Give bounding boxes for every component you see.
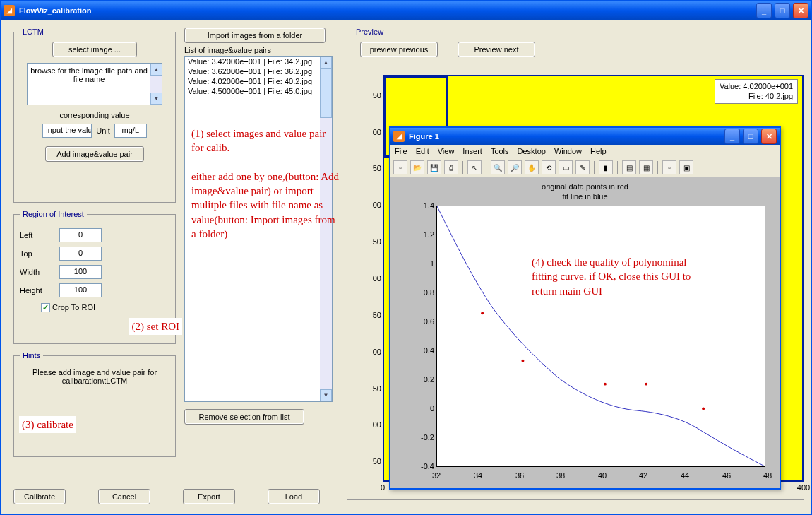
figure-minimize-button[interactable]: _ bbox=[724, 129, 740, 144]
list-item[interactable]: Value: 3.62000e+001 | File: 36.2.jpg bbox=[185, 66, 332, 76]
roi-width-input[interactable]: 100 bbox=[59, 265, 102, 279]
export-button[interactable]: Export bbox=[183, 489, 235, 504]
minimize-button[interactable]: _ bbox=[756, 3, 772, 18]
list-item[interactable]: Value: 4.02000e+001 | File: 40.2.jpg bbox=[185, 76, 332, 86]
main-titlebar[interactable]: FlowViz_calibration _ □ ✕ bbox=[1, 1, 811, 20]
add-pair-button[interactable]: Add image&value pair bbox=[45, 146, 144, 162]
remove-selection-button[interactable]: Remove selection from list bbox=[184, 409, 304, 425]
hints-text: Please add image and value pair for cali… bbox=[20, 365, 169, 388]
pointer-icon[interactable]: ↖ bbox=[467, 160, 482, 174]
new-figure-icon[interactable]: ▫ bbox=[393, 160, 407, 174]
list-item[interactable]: Value: 4.50000e+001 | File: 45.0.jpg bbox=[185, 86, 332, 96]
svg-point-1 bbox=[521, 360, 524, 362]
roi-width-label: Width bbox=[20, 268, 55, 276]
lctm-legend: LCTM bbox=[20, 28, 47, 36]
list-label: List of image&value pairs bbox=[184, 46, 340, 54]
figure-title: Figure 1 bbox=[409, 132, 439, 141]
select-image-button[interactable]: select image ... bbox=[52, 42, 137, 57]
menu-help[interactable]: Help bbox=[590, 147, 607, 155]
svg-point-4 bbox=[702, 407, 705, 410]
datacursor-icon[interactable]: ▭ bbox=[559, 160, 573, 174]
crop-to-roi-checkbox[interactable]: ✓ bbox=[41, 303, 50, 312]
menu-tools[interactable]: Tools bbox=[491, 147, 509, 155]
brush-icon[interactable]: ✎ bbox=[575, 160, 590, 174]
app-icon bbox=[4, 5, 15, 16]
roi-top-input[interactable]: 0 bbox=[59, 247, 102, 261]
menu-view[interactable]: View bbox=[438, 147, 455, 155]
annotation-1: (1) select images and value pair for cal… bbox=[191, 126, 340, 241]
hide-tools-icon[interactable]: ▫ bbox=[662, 160, 676, 174]
image-path-field[interactable]: browse for the image file path and file … bbox=[27, 63, 162, 105]
preview-previous-button[interactable]: preview previous bbox=[360, 42, 438, 57]
fit-curve bbox=[437, 206, 765, 466]
figure-maximize-button[interactable]: □ bbox=[743, 129, 758, 144]
hints-legend: Hints bbox=[20, 351, 43, 360]
annotation-4: (4) check the quality of polynominal fit… bbox=[532, 255, 708, 298]
maximize-button[interactable]: □ bbox=[775, 3, 790, 18]
list-item[interactable]: Value: 3.42000e+001 | File: 34.2.jpg bbox=[185, 57, 332, 66]
link-icon[interactable]: ▦ bbox=[639, 160, 653, 174]
pan-icon[interactable]: ✋ bbox=[525, 160, 539, 174]
colorbar-icon[interactable]: ▮ bbox=[599, 160, 613, 174]
cancel-button[interactable]: Cancel bbox=[98, 489, 150, 504]
zoom-out-icon[interactable]: 🔎 bbox=[508, 160, 522, 174]
preview-legend: Preview bbox=[353, 28, 386, 36]
menu-edit[interactable]: Edit bbox=[416, 147, 429, 155]
scrollbar[interactable]: ▲▼ bbox=[150, 64, 162, 105]
figure-close-button[interactable]: ✕ bbox=[761, 129, 777, 144]
legend-icon[interactable]: ▤ bbox=[622, 160, 636, 174]
roi-panel: Region of Interest Left0 Top0 Width100 H… bbox=[13, 210, 176, 344]
figure-titlebar[interactable]: Figure 1 _ □ ✕ bbox=[390, 128, 780, 145]
lctm-panel: LCTM select image ... browse for the ima… bbox=[13, 28, 176, 203]
close-button[interactable]: ✕ bbox=[793, 3, 808, 18]
svg-point-2 bbox=[604, 383, 607, 386]
figure-plot-title: original data points in red fit line in … bbox=[390, 182, 780, 202]
unit-input[interactable]: mg/L bbox=[114, 124, 147, 138]
window-title: FlowViz_calibration bbox=[19, 6, 92, 15]
roi-legend: Region of Interest bbox=[20, 210, 87, 218]
svg-point-3 bbox=[645, 383, 647, 386]
open-icon[interactable]: 📂 bbox=[410, 160, 424, 174]
value-input[interactable]: input the valu bbox=[42, 124, 92, 138]
app-icon bbox=[393, 131, 405, 142]
zoom-in-icon[interactable]: 🔍 bbox=[491, 160, 505, 174]
load-button[interactable]: Load bbox=[268, 489, 320, 504]
main-window: FlowViz_calibration _ □ ✕ LCTM select im… bbox=[0, 0, 812, 515]
crop-to-roi-label: Crop To ROI bbox=[52, 303, 95, 312]
annotation-3: (3) calibrate bbox=[19, 416, 76, 433]
svg-point-0 bbox=[481, 312, 484, 314]
menu-desktop[interactable]: Desktop bbox=[518, 147, 546, 155]
hints-panel: Hints Please add image and value pair fo… bbox=[13, 351, 176, 457]
preview-next-button[interactable]: Preview next bbox=[458, 42, 535, 57]
calibrate-button[interactable]: Calibrate bbox=[13, 489, 66, 504]
corresponding-value-label: corresponding value bbox=[20, 111, 169, 119]
dock-icon[interactable]: ▣ bbox=[679, 160, 693, 174]
print-icon[interactable]: ⎙ bbox=[444, 160, 458, 174]
roi-left-label: Left bbox=[20, 231, 55, 239]
figure-menubar[interactable]: File Edit View Insert Tools Desktop Wind… bbox=[390, 145, 780, 158]
roi-left-input[interactable]: 0 bbox=[59, 228, 102, 242]
rotate-icon[interactable]: ⟲ bbox=[542, 160, 556, 174]
figure-axes: original data points in red fit line in … bbox=[390, 177, 780, 488]
menu-insert[interactable]: Insert bbox=[462, 147, 482, 155]
figure-toolbar: ▫ 📂 💾 ⎙ ↖ 🔍 🔎 ✋ ⟲ ▭ ✎ ▮ ▤ ▦ ▫ ▣ bbox=[390, 158, 780, 177]
preview-caption: Value: 4.02000e+001 File: 40.2.jpg bbox=[715, 79, 798, 104]
figure-plot-area bbox=[436, 206, 765, 467]
roi-height-input[interactable]: 100 bbox=[59, 283, 102, 297]
unit-label: Unit bbox=[96, 126, 110, 135]
roi-height-label: Height bbox=[20, 286, 55, 295]
menu-file[interactable]: File bbox=[395, 147, 407, 155]
figure-window[interactable]: Figure 1 _ □ ✕ File Edit View Insert Too… bbox=[389, 126, 781, 490]
menu-window[interactable]: Window bbox=[554, 147, 582, 155]
roi-top-label: Top bbox=[20, 249, 55, 258]
annotation-2: (2) set ROI bbox=[129, 318, 183, 335]
import-folder-button[interactable]: Import images from a folder bbox=[184, 28, 326, 43]
save-icon[interactable]: 💾 bbox=[427, 160, 441, 174]
